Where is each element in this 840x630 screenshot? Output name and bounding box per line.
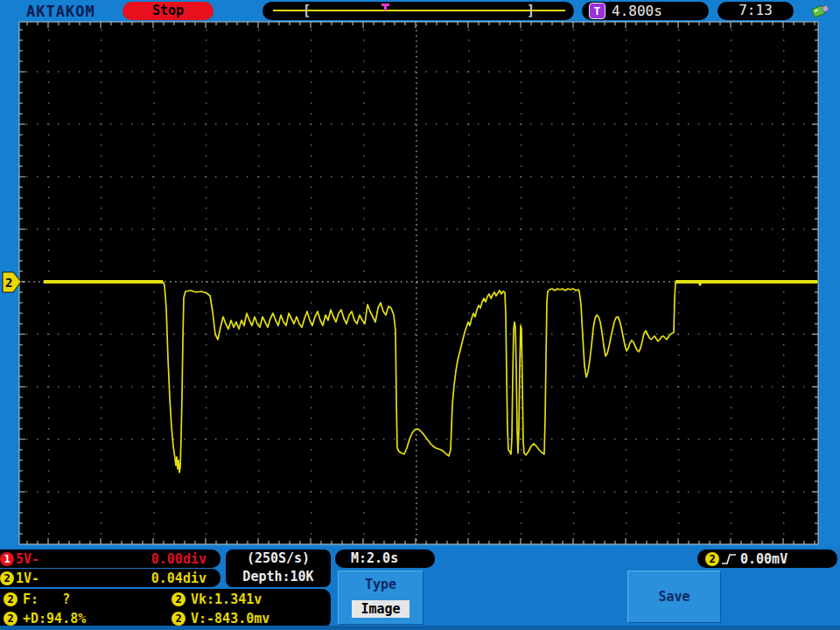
trigger-source-badge: 2 [705,552,719,566]
oscilloscope-screen: AKTAKOM Stop [ ] T 4.800s 7:13 2 1 5V- [0,0,840,630]
trigger-level-readout: 2 0.00mV [697,550,837,568]
trigger-level-value: 0.00mV [740,551,788,567]
measurement-text: F: ? [23,592,70,607]
measurement-text: Vk:1.341v [191,592,262,607]
rising-edge-icon [721,552,738,566]
type-menu[interactable]: Type Image [338,570,424,625]
channel1-readout: 1 5V- 0.00div [0,550,220,568]
measurements-panel: 2 F: ? 2 Vk:1.341v 2 +D:94.8% 2 V:-843.0… [0,589,331,628]
channel2-marker-label: 2 [5,276,12,290]
measurement-text: +D:94.8% [23,611,86,626]
channel2-readout: 2 1V- 0.04div [0,569,220,587]
channel2-position: 0.04div [151,570,206,586]
sample-rate: (250S/s) [226,550,331,568]
measurement-vk: 2 Vk:1.341v [168,590,331,609]
channel1-position: 0.00div [151,551,206,567]
measurement-text: V:-843.0mv [191,611,270,626]
measurement-badge: 2 [4,612,18,626]
measurement-badge: 2 [172,612,186,626]
measurement-badge: 2 [172,592,186,606]
channel1-scale: 5V- [16,551,39,567]
acquisition-readout: (250S/s) Depth:10K [226,550,331,587]
measurement-badge: 2 [4,592,18,606]
memory-depth: Depth:10K [226,568,331,586]
timebase-readout: M:2.0s [335,550,435,568]
channel2-scale: 1V- [16,570,39,586]
channel2-badge: 2 [0,571,14,585]
channel1-badge: 1 [0,552,14,566]
type-menu-title: Type [339,577,423,592]
measurement-frequency: 2 F: ? [0,590,168,609]
save-button[interactable]: Save [627,570,721,623]
type-menu-selected-option[interactable]: Image [352,600,410,618]
bottom-panel: 1 5V- 0.00div 2 1V- 0.04div (250S/s) Dep… [0,547,840,630]
waveform-display: 2 [0,0,840,630]
bottom-edge-strip [0,626,840,630]
